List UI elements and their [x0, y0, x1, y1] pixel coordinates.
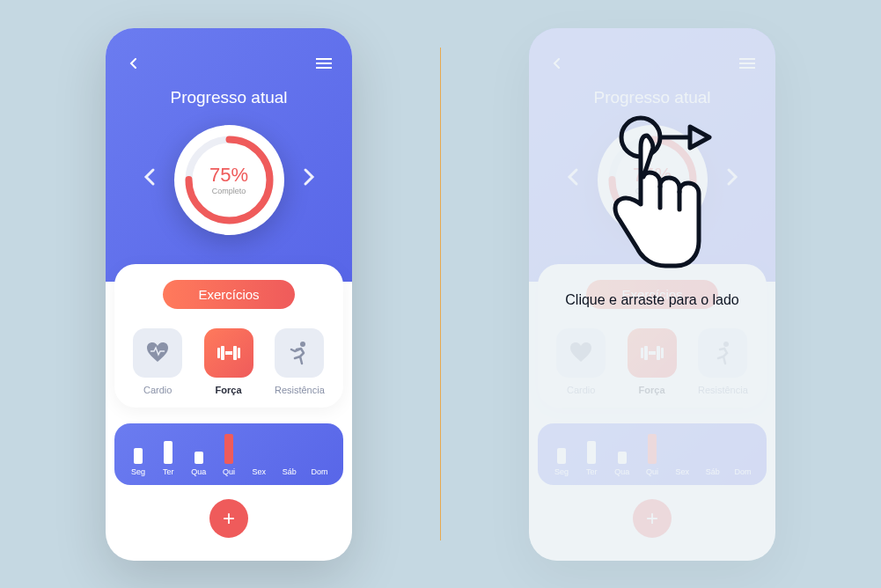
back-chevron-icon[interactable]: [125, 55, 143, 72]
plus-icon: +: [223, 506, 235, 531]
bar: [195, 452, 203, 464]
header-panel: Progresso atual 75% Completo: [106, 28, 352, 282]
svg-rect-6: [221, 346, 224, 360]
day-label: Qua: [191, 467, 206, 476]
day-label: Dom: [311, 467, 327, 476]
runner-icon: [275, 328, 324, 378]
weekly-chart[interactable]: Seg Ter Qua Qui Sex Sáb: [114, 423, 343, 485]
bar-qui: Qui: [217, 434, 240, 476]
category-cardio[interactable]: Cardio: [133, 328, 182, 395]
chevron-right-icon[interactable]: [302, 166, 316, 193]
phone-mockup-left: Progresso atual 75% Completo: [106, 28, 352, 561]
overlay-instruction: Clique e arraste para o lado: [565, 292, 738, 308]
bar-sex: Sex: [247, 464, 270, 476]
bar: [224, 434, 233, 464]
exercises-pill[interactable]: Exercícios: [163, 280, 295, 309]
bar-seg: Seg: [127, 448, 150, 476]
chevron-left-icon[interactable]: [143, 166, 157, 193]
add-button[interactable]: +: [209, 499, 248, 538]
progress-label: Completo: [212, 187, 246, 195]
hamburger-icon[interactable]: [315, 55, 333, 72]
category-resistance[interactable]: Resistência: [275, 328, 325, 395]
svg-rect-5: [217, 348, 220, 358]
category-label: Cardio: [143, 385, 172, 395]
heartbeat-icon: [133, 328, 182, 378]
category-label: Resistência: [275, 385, 325, 395]
day-label: Sex: [253, 467, 267, 476]
progress-area: 75% Completo: [106, 125, 352, 235]
bar: [134, 448, 143, 464]
category-row: Cardio Força Resistência: [127, 328, 331, 395]
day-label: Ter: [163, 467, 174, 476]
exercises-card: Exercícios Cardio Força: [114, 264, 343, 408]
day-label: Sáb: [283, 467, 297, 476]
swipe-hand-icon: [577, 107, 727, 283]
swipe-tutorial-overlay[interactable]: Clique e arraste para o lado: [529, 28, 775, 561]
bar-ter: Ter: [157, 441, 180, 476]
bar-qua: Qua: [187, 452, 210, 476]
category-label: Força: [216, 385, 242, 395]
progress-percent: 75%: [209, 164, 248, 187]
progress-ring[interactable]: 75% Completo: [174, 125, 284, 235]
category-strength[interactable]: Força: [204, 328, 253, 395]
page-title: Progresso atual: [106, 88, 352, 107]
svg-rect-9: [238, 348, 240, 358]
bar: [164, 441, 173, 464]
day-label: Seg: [131, 467, 145, 476]
nav-bar: [106, 46, 352, 81]
day-label: Qui: [223, 467, 235, 476]
svg-point-10: [300, 342, 305, 347]
vertical-divider: [440, 48, 441, 540]
bar-dom: Dom: [308, 464, 331, 476]
dumbbell-icon: [204, 328, 253, 378]
bar-sab: Sáb: [278, 464, 301, 476]
svg-rect-8: [233, 346, 237, 360]
svg-rect-7: [225, 351, 232, 355]
